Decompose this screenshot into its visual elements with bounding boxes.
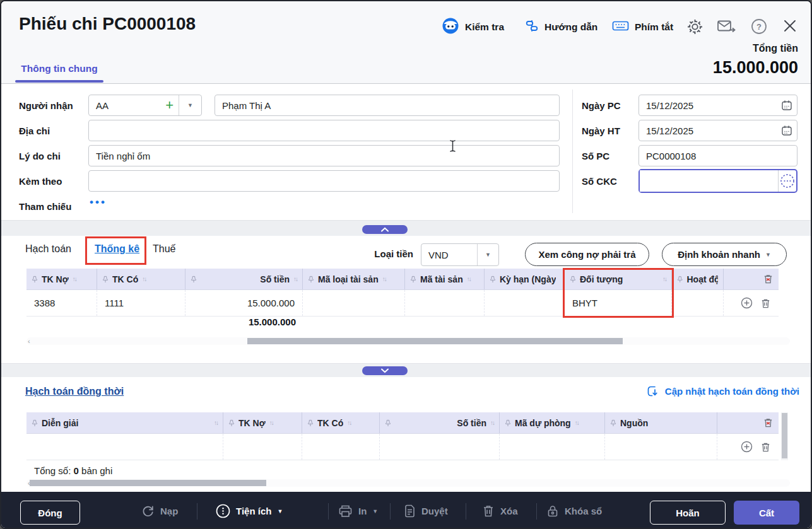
calendar-icon[interactable] (781, 100, 792, 111)
cell-tk-no[interactable]: 3388 (26, 290, 97, 316)
vertical-scrollbar[interactable] (781, 412, 788, 460)
reason-input[interactable] (88, 145, 560, 166)
column-header-nguon[interactable]: Nguồn (605, 412, 717, 433)
column-header-ma-loai-tai-san[interactable]: Mã loại tài sản ↑↓ (303, 269, 405, 289)
number-ckc-input[interactable] (640, 170, 778, 192)
tab-thue[interactable]: Thuế (153, 243, 175, 255)
sort-icon[interactable]: ↑↓ (142, 276, 146, 282)
pin-icon[interactable] (228, 419, 235, 427)
cell-ma-tai-san[interactable] (405, 290, 485, 316)
settings-gear-icon[interactable] (686, 18, 703, 38)
recipient-name-input[interactable] (215, 95, 560, 116)
check-button[interactable]: Kiểm tra (442, 18, 504, 37)
shortcut-button[interactable]: Phím tắt (612, 18, 673, 37)
ckc-lookup-button[interactable] (778, 170, 796, 192)
cell-ma-loai-tai-san[interactable] (303, 290, 405, 316)
delete-all-rows-icon[interactable] (763, 274, 774, 284)
sort-icon[interactable]: ↑↓ (575, 419, 579, 426)
sort-icon[interactable]: ↑↓ (269, 419, 273, 426)
column-header-tk-no[interactable]: TK Nợ ↑↓ (26, 269, 97, 289)
column-header-ky-han[interactable]: Kỳ hạn (Ngày (485, 269, 565, 289)
date-ht-input[interactable] (638, 120, 797, 141)
update-simultaneous-posting-link[interactable]: Cập nhật hạch toán đồng thời (646, 385, 799, 398)
column-header-tk-co[interactable]: TK Có ↑↓ (97, 269, 185, 289)
pin-icon[interactable] (102, 275, 109, 284)
delete-row-icon[interactable] (760, 441, 771, 453)
pin-icon[interactable] (410, 275, 416, 284)
lock-button[interactable]: Khóa sổ (546, 492, 602, 529)
date-pc-input[interactable] (638, 95, 797, 116)
cell-ky-han[interactable] (485, 290, 565, 316)
pin-icon[interactable] (32, 275, 38, 284)
guide-button[interactable]: Hướng dẫn (525, 18, 597, 37)
pin-icon[interactable] (490, 275, 496, 284)
scrollbar-thumb[interactable] (247, 338, 623, 344)
simultaneous-table-empty-row[interactable] (26, 434, 779, 460)
collapse-bottom-panel-button[interactable] (362, 366, 408, 375)
mail-send-icon[interactable] (717, 18, 736, 37)
column-header-hoat-dong[interactable]: Hoạt độ (672, 269, 724, 289)
address-input[interactable] (88, 120, 560, 141)
column-header-ma-du-phong[interactable]: Mã dự phòng ↑↓ (500, 412, 605, 433)
pin-icon[interactable] (308, 275, 314, 284)
pin-icon[interactable] (307, 419, 314, 427)
accounting-table-row[interactable]: 3388 1111 15.000.000 BHYT (26, 290, 779, 317)
cell-hoat-dong[interactable] (672, 290, 724, 316)
column-header-tk-no[interactable]: TK Nợ ↑↓ (223, 412, 302, 433)
recipient-dropdown-button[interactable]: ▼ (179, 95, 201, 115)
close-icon[interactable] (782, 18, 797, 36)
number-pc-input[interactable] (638, 145, 797, 166)
pin-icon[interactable] (385, 419, 391, 427)
pin-icon[interactable] (32, 419, 38, 427)
cell-so-tien[interactable]: 15.000.000 (185, 290, 303, 316)
pin-icon[interactable] (191, 275, 197, 284)
pin-icon[interactable] (570, 275, 576, 284)
column-header-doi-tuong[interactable]: Đối tượng ↑↓ (565, 269, 672, 289)
tab-thong-tin-chung[interactable]: Thông tin chung (15, 63, 103, 74)
add-row-icon[interactable] (741, 297, 753, 309)
close-button[interactable]: Đóng (20, 501, 80, 525)
cell-tk-co[interactable]: 1111 (97, 290, 185, 316)
sort-icon[interactable]: ↑↓ (293, 276, 297, 282)
help-icon[interactable]: ? (751, 18, 767, 37)
column-header-so-tien[interactable]: Số tiền ↑↓ (380, 412, 500, 433)
column-header-tk-co[interactable]: TK Có ↑↓ (302, 412, 380, 433)
column-header-so-tien[interactable]: Số tiền ↑↓ (185, 269, 303, 289)
attachment-input[interactable] (88, 170, 560, 192)
sort-icon[interactable]: ↑↓ (214, 419, 218, 426)
save-button[interactable]: Cất (734, 501, 799, 525)
reference-more-button[interactable]: ••• (90, 196, 107, 209)
sort-icon[interactable]: ↑↓ (347, 419, 351, 426)
sort-icon[interactable]: ↑↓ (382, 276, 386, 282)
pin-icon[interactable] (610, 419, 616, 427)
postpone-button[interactable]: Hoãn (650, 501, 726, 525)
reload-button[interactable]: Nạp (141, 492, 178, 529)
sort-icon[interactable]: ↑↓ (662, 276, 666, 282)
simultaneous-posting-title[interactable]: Hạch toán đồng thời (25, 386, 124, 397)
column-header-ma-tai-san[interactable]: Mã tài sản ↑↓ (405, 269, 485, 289)
horizontal-scrollbar[interactable]: ‹ (26, 337, 790, 345)
column-header-dien-giai[interactable]: Diễn giải ↑↓ (26, 412, 223, 433)
delete-row-icon[interactable] (760, 298, 771, 309)
print-button[interactable]: In ▼ (338, 492, 378, 529)
horizontal-scrollbar[interactable]: ‹ (26, 479, 790, 487)
delete-all-rows-icon[interactable] (763, 417, 774, 428)
scrollbar-thumb[interactable] (782, 413, 787, 458)
collapse-top-panel-button[interactable] (362, 225, 408, 234)
currency-select[interactable]: VND ▼ (421, 243, 499, 266)
view-payables-button[interactable]: Xem công nợ phải trả (525, 243, 649, 266)
quick-posting-button[interactable]: Định khoản nhanh ▼ (662, 243, 787, 266)
scroll-left-arrow[interactable]: ‹ (28, 337, 30, 345)
pin-icon[interactable] (505, 419, 511, 427)
cell-doi-tuong[interactable]: BHYT (565, 290, 672, 316)
tab-thong-ke[interactable]: Thống kê (95, 243, 139, 255)
approve-button[interactable]: Duyệt (404, 492, 448, 529)
utilities-button[interactable]: Tiện ích ▼ (216, 492, 283, 529)
delete-button[interactable]: Xóa (482, 492, 518, 529)
calendar-icon[interactable] (781, 125, 792, 136)
pin-icon[interactable] (677, 275, 683, 284)
add-recipient-icon[interactable]: + (165, 98, 179, 112)
add-row-icon[interactable] (741, 441, 753, 453)
sort-icon[interactable]: ↑↓ (467, 276, 471, 282)
sort-icon[interactable]: ↑↓ (73, 276, 76, 282)
